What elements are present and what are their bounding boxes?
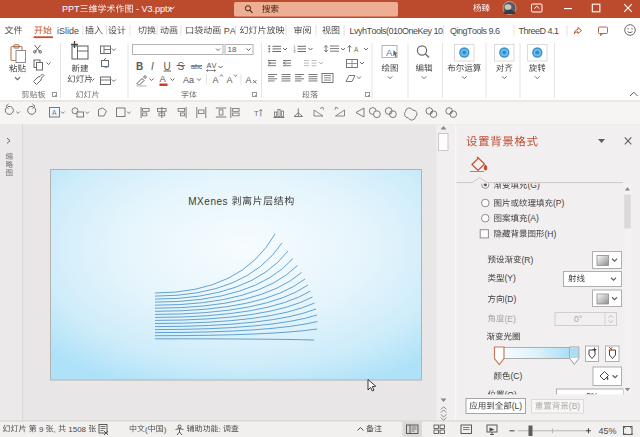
svg-text:S: S [178,61,185,72]
svg-text:ThreeD: ThreeD [519,26,547,36]
svg-text:(H): (H) [545,229,557,239]
svg-text:abc: abc [191,63,203,70]
svg-text::: : [219,425,221,434]
svg-text:Aa: Aa [183,75,194,85]
svg-text:U: U [164,61,171,72]
svg-text:,: , [54,425,56,434]
svg-text:A: A [227,75,233,85]
svg-text:9: 9 [39,425,44,434]
svg-text:(P): (P) [553,198,565,208]
svg-text:PA: PA [224,26,236,36]
svg-text:9.6: 9.6 [489,26,501,36]
svg-text:I: I [151,61,154,72]
svg-text:AV: AV [207,61,217,70]
svg-text:3: 3 [294,50,296,54]
svg-text:A: A [246,75,252,85]
svg-text:18: 18 [228,45,237,54]
svg-text:4.1: 4.1 [548,26,560,36]
svg-text:(Y): (Y) [505,273,517,283]
svg-text:A: A [213,75,219,85]
svg-text:45%: 45% [599,426,617,436]
svg-text:): ) [164,425,167,434]
svg-text:A: A [354,46,359,53]
svg-text:LvyhTools(010: LvyhTools(010 [350,26,403,36]
svg-text:(D): (D) [505,294,517,304]
svg-text:(B): (B) [569,401,581,411]
svg-text:T: T [254,109,259,118]
svg-text:(E): (E) [505,314,517,324]
svg-text:(: ( [145,425,148,434]
svg-text:0°: 0° [574,314,582,324]
svg-text:PPT: PPT [62,4,80,14]
svg-text:MXenes: MXenes [188,196,227,207]
svg-text:1508: 1508 [68,425,86,434]
svg-text:A: A [52,109,57,116]
svg-text:-: - [136,4,139,14]
svg-text:A: A [386,47,393,58]
svg-text:(L): (L) [512,401,523,411]
svg-text:A: A [160,73,167,84]
svg-text:(C): (C) [511,371,523,381]
svg-text:OneKey: OneKey [402,26,433,36]
svg-text:(R): (R) [522,255,534,265]
svg-text:QingTools: QingTools [450,26,488,36]
svg-text:10: 10 [434,26,444,36]
svg-text:V3.pptx: V3.pptx [142,4,173,14]
svg-text:(A): (A) [528,213,540,223]
svg-text:iSlide: iSlide [57,26,79,36]
svg-text:B: B [136,61,143,72]
